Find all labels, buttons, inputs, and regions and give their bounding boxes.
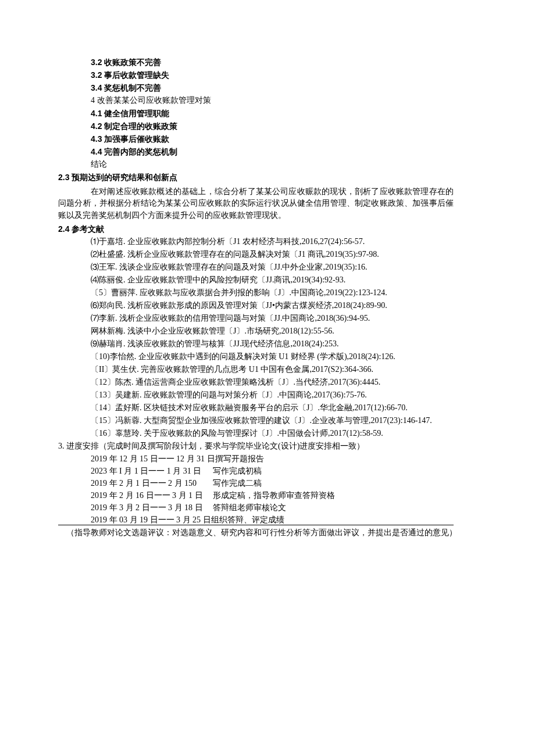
schedule-row: 2019 年 12 月 15 日一一 12 月 31 日撰写开题报告 bbox=[91, 455, 454, 463]
schedule-desc: 答辩组老师审核论文 bbox=[213, 504, 454, 512]
reference-item: 〔16〕辜慧玲. 关于应收账款的风险与管理探讨〔J〕.中国做会计师,2017(1… bbox=[58, 429, 454, 438]
schedule-row: 2019 年 3 月 2 日一一 3 月 18 日 答辩组老师审核论文 bbox=[91, 504, 454, 512]
reference-item: 〔13〕吴建新. 应收账款管理的问题与对策分析〔J〕.中国商论,2017(36)… bbox=[58, 391, 454, 399]
reference-item: 〔14〕孟好斯. 区块链技术对应收账款融资服务平台的启示〔J〕.华北金融,201… bbox=[58, 404, 454, 412]
reference-item: 〔15〕冯新蓉. 大型商贸型企业加强应收账款管理的建议〔J〕.企业改革与管理,2… bbox=[58, 417, 454, 425]
reference-item: ⑺李新. 浅析企业应收账款的信用管理问题与对策〔JJ.中国商论,2018(36)… bbox=[58, 314, 454, 323]
outline-item: 4.2 制定合理的收账政策 bbox=[58, 122, 454, 130]
outline-item: 3.2 事后收款管理缺失 bbox=[58, 71, 454, 79]
reference-item: 〔II〕莫生伏. 完善应收账款管理的几点思考 U1 中国有色金属,2017(S2… bbox=[58, 366, 454, 374]
schedule-desc bbox=[284, 516, 454, 524]
section-heading-3: 3. 进度安排（完成时间及撰写阶段计划，要求与学院毕业论文(设计)进度安排相一致… bbox=[58, 442, 454, 450]
reference-item: ⑷陈丽俊. 企业应收账款管理中的风险控制研究〔JJ.商讯,2019(34):92… bbox=[58, 276, 454, 284]
schedule-date: 2019 年 12 月 15 日一一 12 月 31 日撰写开题报告 bbox=[91, 455, 264, 463]
outline-item: 3.2 收账政策不完善 bbox=[58, 58, 454, 66]
schedule-row: 2019 年 2 月 16 日一一 3 月 1 日 形成定稿，指导教师审查答辩资… bbox=[91, 492, 454, 500]
schedule-date: 2019 年 2 月 16 日一一 3 月 1 日 bbox=[91, 492, 213, 500]
schedule-row: 2019 年 03 月 19 日一一 3 月 25 日组织答辩、评定成绩 bbox=[91, 516, 454, 524]
schedule-date: 2019 年 3 月 2 日一一 3 月 18 日 bbox=[91, 504, 213, 512]
schedule-date: 2019 年 03 月 19 日一一 3 月 25 日组织答辩、评定成绩 bbox=[91, 516, 284, 524]
advisor-comment-line: （指导教师对论文选题评议：对选题意义、研究内容和可行性分析等方面做出评议，并提出… bbox=[58, 529, 454, 537]
outline-item: 3.4 奖惩机制不完善 bbox=[58, 84, 454, 92]
reference-item: ⑵杜盛盛. 浅析企业应收账款管理存在的问题及解决对策〔J1 商讯,2019(35… bbox=[58, 250, 454, 259]
schedule-desc: 形成定稿，指导教师审查答辩资格 bbox=[213, 492, 454, 500]
reference-item: 网林新梅. 浅谈中小企业应收账款管理〔J〕.市场研究,2018(12):55-5… bbox=[58, 327, 454, 335]
reference-item: ⑴于嘉培. 企业应收账款内部控制分析〔J1 农村经济与科技,2016,27(24… bbox=[58, 238, 454, 246]
schedule-desc: 写作完成初稿 bbox=[213, 467, 454, 475]
outline-item: 4.4 完善内部的奖惩机制 bbox=[58, 148, 454, 156]
section-heading-23: 2.3 预期达到的研究结果和创新点 bbox=[58, 173, 454, 181]
section-heading-24: 2.4 参考文献 bbox=[58, 225, 454, 233]
outline-item: 4.1 健全信用管理职能 bbox=[58, 109, 454, 117]
reference-item: ⑶王军. 浅谈企业应收账款管理存在的问题及对策〔JJ.中外企业家,2019(35… bbox=[58, 263, 454, 271]
schedule-desc bbox=[264, 455, 454, 463]
schedule-date: 2023 年 I 月 1 日一一 1 月 31 日 bbox=[91, 467, 213, 475]
section-23-paragraph: 在对阐述应收账款概述的基础上，综合分析了某某公司应收赈款的现状，剖析了应收账款管… bbox=[58, 186, 454, 221]
schedule-date: 2019 年 2 月 1 日一一 2 月 150 bbox=[91, 479, 213, 488]
schedule-desc: 写作完成二稿 bbox=[213, 479, 454, 488]
outline-item: 4.3 加强事后催收账款 bbox=[58, 135, 454, 143]
outline-item: 4 改善某某公司应收账款管理对策 bbox=[58, 96, 454, 105]
outline-item: 结论 bbox=[58, 160, 454, 169]
reference-item: 〔5〕曹丽萍. 应收账款与应收票据合并列报的影响〔J〕.中国商论,2019(22… bbox=[58, 289, 454, 297]
reference-item: ⑹郑向民. 浅析应收账款形成的原因及管理对策〔JJ•内蒙古煤炭经济,2018(2… bbox=[58, 302, 454, 310]
schedule-row: 2019 年 2 月 1 日一一 2 月 150 写作完成二稿 bbox=[91, 479, 454, 488]
reference-item: 〔12〕陈杰. 通信运营商企业应收账款管理策略浅析〔J〕.当代经济,2017(3… bbox=[58, 378, 454, 386]
schedule-row: 2023 年 I 月 1 日一一 1 月 31 日 写作完成初稿 bbox=[91, 467, 454, 475]
schedule-block: 2019 年 12 月 15 日一一 12 月 31 日撰写开题报告 2023 … bbox=[58, 455, 454, 525]
reference-item: ⑼赫瑞肖. 浅谈应收账款的管理与核算〔JJ.现代经济信息,2018(24):25… bbox=[58, 340, 454, 348]
reference-item: 〔10)李怡然. 企业应收账款中遇到的问题及解决对策 U1 财经界 (学术版),… bbox=[58, 353, 454, 361]
